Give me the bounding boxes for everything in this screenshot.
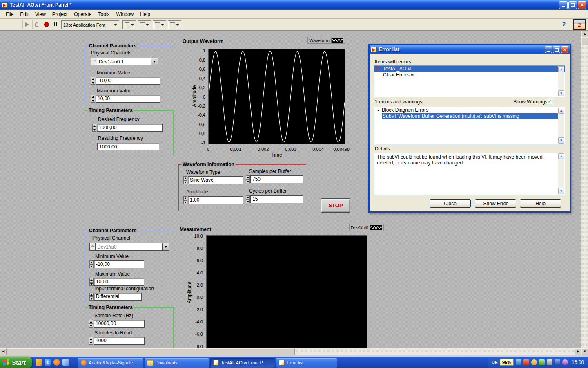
run-button[interactable] <box>22 20 31 29</box>
tray-usb-icon[interactable] <box>562 359 568 365</box>
battery-indicator[interactable]: 96% <box>500 359 514 366</box>
plot-legend[interactable]: Waveform <box>307 37 345 44</box>
close-dialog-button[interactable]: Close <box>430 199 471 208</box>
increment-decrement[interactable] <box>91 95 95 103</box>
scroll-left-icon[interactable]: ◀ <box>0 348 7 355</box>
tree-scrollbar[interactable]: ▲ ▼ <box>558 108 564 144</box>
plot-legend[interactable]: Dev1/ai0 <box>349 224 384 231</box>
cycles-per-buffer-input[interactable]: 15 <box>250 195 303 203</box>
quicklaunch-app-icon[interactable] <box>36 359 42 366</box>
distribute-objects-button[interactable] <box>138 20 151 29</box>
scroll-down-icon[interactable]: ▼ <box>558 188 564 194</box>
scroll-up-icon[interactable]: ▲ <box>558 153 564 159</box>
scroll-up-icon[interactable]: ▲ <box>581 31 588 37</box>
increment-decrement[interactable] <box>89 320 93 328</box>
task-testai-front-panel[interactable]: TestAI_AO.vi Front P... <box>210 358 275 368</box>
error-tree[interactable]: ● Block Diagram Errors SubVI 'Waveform B… <box>374 107 565 144</box>
minimum-value-input[interactable]: -10,00 <box>94 260 144 268</box>
menu-window[interactable]: Window <box>113 10 137 18</box>
menu-tools[interactable]: Tools <box>95 10 113 18</box>
scroll-up-icon[interactable]: ▲ <box>558 108 564 114</box>
list-item[interactable]: X TestAI_AO.vi <box>374 66 565 72</box>
increment-decrement[interactable] <box>246 175 250 183</box>
increment-decrement[interactable] <box>183 196 187 204</box>
window-titlebar[interactable]: TestAI_AO.vi Front Panel * × <box>0 0 588 10</box>
show-error-button[interactable]: Show Error <box>475 199 516 208</box>
minimize-button[interactable] <box>559 1 568 9</box>
abort-button[interactable] <box>42 20 51 29</box>
tray-update-icon[interactable] <box>531 359 537 365</box>
tree-item-error[interactable]: SubVI 'Waveform Buffer Generation (multi… <box>382 113 558 119</box>
increment-decrement[interactable] <box>89 278 94 286</box>
scroll-up-icon[interactable]: ▲ <box>558 66 564 72</box>
increment-decrement[interactable] <box>92 124 96 132</box>
physical-channel-control[interactable]: I/O Dev1/ai0 <box>89 243 169 251</box>
resize-objects-button[interactable] <box>153 20 166 29</box>
tray-monitor-icon[interactable] <box>516 359 521 365</box>
scrollbar-thumb[interactable] <box>581 37 588 45</box>
vertical-scrollbar[interactable]: ▲ ▼ <box>581 31 588 355</box>
dropdown-button[interactable] <box>151 58 158 65</box>
context-help-icon[interactable]: ? <box>560 21 568 28</box>
physical-channels-control[interactable]: I/O Dev1/ao0:1 <box>91 58 158 65</box>
horizontal-scrollbar[interactable]: ◀ ▶ <box>0 348 581 355</box>
scroll-down-icon[interactable]: ▼ <box>558 90 564 96</box>
tray-network-icon[interactable] <box>555 359 560 365</box>
details-box[interactable]: The subVI could not be found when loadin… <box>374 153 565 195</box>
tree-item-category[interactable]: ● Block Diagram Errors <box>374 107 565 113</box>
start-button[interactable]: Start <box>0 357 32 368</box>
minimum-value-input[interactable]: -10,00 <box>96 77 160 85</box>
menu-view[interactable]: View <box>32 10 49 18</box>
desired-frequency-input[interactable]: 1000,00 <box>97 124 163 132</box>
samples-to-read-input[interactable]: 1000 <box>94 337 145 345</box>
scroll-down-icon[interactable]: ▼ <box>581 348 588 355</box>
input-terminal-input[interactable]: Differential <box>94 293 142 301</box>
tray-messenger-icon[interactable] <box>539 359 545 365</box>
details-scrollbar[interactable]: ▲ ▼ <box>558 153 564 194</box>
scrollbar-thumb[interactable] <box>7 348 295 355</box>
maximum-value-input[interactable]: 10,00 <box>94 278 144 286</box>
increment-decrement[interactable] <box>183 176 187 184</box>
maximize-button[interactable] <box>553 46 560 53</box>
font-selector[interactable]: 13pt Application Font <box>61 20 119 29</box>
minimize-button[interactable] <box>545 46 552 53</box>
pause-button[interactable] <box>51 20 60 29</box>
show-warnings-checkbox[interactable]: ✓ <box>547 99 552 104</box>
error-items-list[interactable]: X TestAI_AO.vi Clear Errors.vi ▲ ▼ <box>374 65 565 97</box>
quicklaunch-firefox-icon[interactable] <box>53 359 60 366</box>
scroll-right-icon[interactable]: ▶ <box>575 348 581 355</box>
language-indicator[interactable]: DE <box>492 360 498 365</box>
sample-rate-input[interactable]: 10000,00 <box>94 320 145 328</box>
increment-decrement[interactable] <box>89 293 94 301</box>
task-analog-digital[interactable]: Analog/Digital-Signale... <box>78 358 143 368</box>
list-scrollbar[interactable]: ▲ ▼ <box>558 66 564 96</box>
align-objects-button[interactable] <box>122 20 136 29</box>
vi-icon[interactable]: 2 <box>573 19 586 30</box>
menu-edit[interactable]: Edit <box>17 10 32 18</box>
task-downloads[interactable]: Downloads <box>145 358 209 368</box>
dialog-titlebar[interactable]: Error list × <box>370 45 570 54</box>
close-button[interactable]: × <box>578 1 586 9</box>
run-continuous-button[interactable] <box>32 20 41 29</box>
maximum-value-input[interactable]: 10,00 <box>96 95 160 103</box>
menu-help[interactable]: Help <box>137 10 154 18</box>
stop-button[interactable]: STOP <box>321 199 350 212</box>
tray-antivirus-icon[interactable] <box>523 359 529 365</box>
menu-project[interactable]: Project <box>49 10 71 18</box>
close-button[interactable]: × <box>561 46 568 53</box>
restore-button[interactable] <box>568 1 577 9</box>
increment-decrement[interactable] <box>89 260 94 268</box>
taskbar-clock[interactable]: 16:00 <box>572 359 584 365</box>
increment-decrement[interactable] <box>246 195 250 203</box>
quicklaunch-desktop-icon[interactable] <box>62 359 69 366</box>
increment-decrement[interactable] <box>89 337 93 345</box>
task-error-list[interactable]: Error list <box>276 358 337 368</box>
menu-operate[interactable]: Operate <box>71 10 95 18</box>
help-button[interactable]: Help <box>520 199 561 208</box>
tray-volume-icon[interactable] <box>547 359 552 365</box>
dropdown-button[interactable] <box>163 243 169 251</box>
menu-file[interactable]: File <box>2 10 17 18</box>
samples-per-buffer-input[interactable]: 750 <box>250 175 303 183</box>
waveform-type-input[interactable]: Sine Wave <box>188 176 243 184</box>
reorder-button[interactable] <box>168 20 181 29</box>
